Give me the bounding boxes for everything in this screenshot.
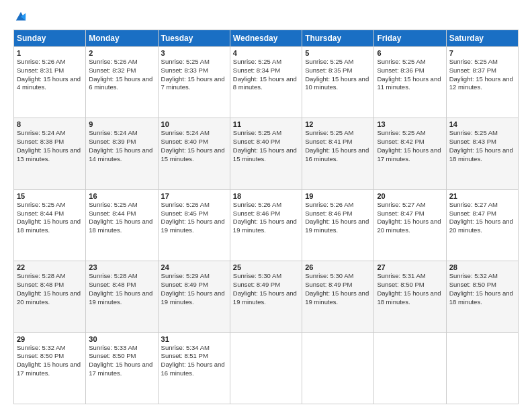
day-number: 9: [89, 120, 154, 128]
day-info: Sunrise: 5:26 AMSunset: 8:46 PMDaylight:…: [233, 201, 297, 234]
calendar-cell: 22 Sunrise: 5:28 AMSunset: 8:48 PMDaylig…: [14, 261, 86, 332]
day-number: 20: [377, 192, 443, 200]
calendar-cell: 20 Sunrise: 5:27 AMSunset: 8:47 PMDaylig…: [374, 189, 446, 261]
page: SundayMondayTuesdayWednesdayThursdayFrid…: [0, 0, 532, 411]
calendar-cell: 12 Sunrise: 5:25 AMSunset: 8:41 PMDaylig…: [302, 118, 374, 189]
day-info: Sunrise: 5:25 AMSunset: 8:42 PMDaylight:…: [377, 129, 441, 162]
calendar-cell: 25 Sunrise: 5:30 AMSunset: 8:49 PMDaylig…: [230, 261, 302, 332]
calendar-cell: 16 Sunrise: 5:25 AMSunset: 8:44 PMDaylig…: [86, 189, 158, 261]
day-number: 25: [233, 263, 299, 271]
day-number: 26: [305, 263, 371, 271]
day-info: Sunrise: 5:25 AMSunset: 8:35 PMDaylight:…: [305, 58, 369, 91]
day-number: 8: [17, 120, 83, 128]
day-info: Sunrise: 5:32 AMSunset: 8:50 PMDaylight:…: [17, 344, 81, 377]
calendar-cell: 2 Sunrise: 5:26 AMSunset: 8:32 PMDayligh…: [86, 47, 158, 118]
day-number: 21: [449, 192, 515, 200]
empty-cell: [374, 332, 446, 404]
empty-cell: [230, 332, 302, 404]
day-number: 14: [449, 120, 515, 128]
day-info: Sunrise: 5:30 AMSunset: 8:49 PMDaylight:…: [233, 272, 297, 305]
weekday-header: Monday: [86, 30, 158, 47]
day-number: 24: [161, 263, 227, 271]
day-number: 13: [377, 120, 443, 128]
day-number: 16: [89, 192, 154, 200]
weekday-header: Tuesday: [158, 30, 230, 47]
day-number: 15: [17, 192, 83, 200]
day-info: Sunrise: 5:25 AMSunset: 8:44 PMDaylight:…: [17, 201, 81, 234]
day-info: Sunrise: 5:26 AMSunset: 8:46 PMDaylight:…: [305, 201, 369, 234]
day-number: 2: [89, 49, 154, 57]
calendar-cell: 1 Sunrise: 5:26 AMSunset: 8:31 PMDayligh…: [14, 47, 86, 118]
header: [13, 11, 519, 23]
calendar-cell: 6 Sunrise: 5:25 AMSunset: 8:36 PMDayligh…: [374, 47, 446, 118]
day-number: 22: [17, 263, 83, 271]
day-info: Sunrise: 5:24 AMSunset: 8:39 PMDaylight:…: [89, 129, 152, 162]
day-info: Sunrise: 5:24 AMSunset: 8:38 PMDaylight:…: [17, 129, 81, 162]
day-info: Sunrise: 5:24 AMSunset: 8:40 PMDaylight:…: [161, 129, 225, 162]
calendar-cell: 24 Sunrise: 5:29 AMSunset: 8:49 PMDaylig…: [158, 261, 230, 332]
day-info: Sunrise: 5:34 AMSunset: 8:51 PMDaylight:…: [161, 344, 225, 377]
day-number: 6: [377, 49, 443, 57]
day-info: Sunrise: 5:26 AMSunset: 8:32 PMDaylight:…: [89, 58, 152, 91]
day-info: Sunrise: 5:28 AMSunset: 8:48 PMDaylight:…: [89, 272, 152, 305]
weekday-header: Friday: [374, 30, 446, 47]
day-info: Sunrise: 5:25 AMSunset: 8:36 PMDaylight:…: [377, 58, 441, 91]
day-info: Sunrise: 5:25 AMSunset: 8:44 PMDaylight:…: [89, 201, 152, 234]
calendar-cell: 13 Sunrise: 5:25 AMSunset: 8:42 PMDaylig…: [374, 118, 446, 189]
day-number: 17: [161, 192, 227, 200]
calendar-cell: 11 Sunrise: 5:25 AMSunset: 8:40 PMDaylig…: [230, 118, 302, 189]
day-info: Sunrise: 5:25 AMSunset: 8:40 PMDaylight:…: [233, 129, 297, 162]
day-number: 3: [161, 49, 227, 57]
calendar-cell: 21 Sunrise: 5:27 AMSunset: 8:47 PMDaylig…: [446, 189, 518, 261]
weekday-header: Wednesday: [230, 30, 302, 47]
empty-cell: [302, 332, 374, 404]
calendar-cell: 27 Sunrise: 5:31 AMSunset: 8:50 PMDaylig…: [374, 261, 446, 332]
day-number: 18: [233, 192, 299, 200]
calendar-cell: 7 Sunrise: 5:25 AMSunset: 8:37 PMDayligh…: [446, 47, 518, 118]
calendar-cell: 26 Sunrise: 5:30 AMSunset: 8:49 PMDaylig…: [302, 261, 374, 332]
day-info: Sunrise: 5:29 AMSunset: 8:49 PMDaylight:…: [161, 272, 225, 305]
weekday-header: Saturday: [446, 30, 518, 47]
calendar-cell: 9 Sunrise: 5:24 AMSunset: 8:39 PMDayligh…: [86, 118, 158, 189]
day-info: Sunrise: 5:25 AMSunset: 8:43 PMDaylight:…: [449, 129, 513, 162]
empty-cell: [446, 332, 518, 404]
calendar-cell: 19 Sunrise: 5:26 AMSunset: 8:46 PMDaylig…: [302, 189, 374, 261]
day-number: 1: [17, 49, 83, 57]
calendar-cell: 31 Sunrise: 5:34 AMSunset: 8:51 PMDaylig…: [158, 332, 230, 404]
calendar-cell: 15 Sunrise: 5:25 AMSunset: 8:44 PMDaylig…: [14, 189, 86, 261]
calendar-cell: 8 Sunrise: 5:24 AMSunset: 8:38 PMDayligh…: [14, 118, 86, 189]
day-number: 23: [89, 263, 154, 271]
calendar-cell: 3 Sunrise: 5:25 AMSunset: 8:33 PMDayligh…: [158, 47, 230, 118]
day-number: 31: [161, 335, 227, 343]
day-info: Sunrise: 5:25 AMSunset: 8:33 PMDaylight:…: [161, 58, 225, 91]
day-number: 11: [233, 120, 299, 128]
day-info: Sunrise: 5:25 AMSunset: 8:34 PMDaylight:…: [233, 58, 297, 91]
day-info: Sunrise: 5:28 AMSunset: 8:48 PMDaylight:…: [17, 272, 81, 305]
day-info: Sunrise: 5:32 AMSunset: 8:50 PMDaylight:…: [449, 272, 513, 305]
day-number: 19: [305, 192, 371, 200]
day-info: Sunrise: 5:33 AMSunset: 8:50 PMDaylight:…: [89, 344, 152, 377]
day-info: Sunrise: 5:25 AMSunset: 8:41 PMDaylight:…: [305, 129, 369, 162]
day-number: 4: [233, 49, 299, 57]
calendar-cell: 29 Sunrise: 5:32 AMSunset: 8:50 PMDaylig…: [14, 332, 86, 404]
day-number: 27: [377, 263, 443, 271]
day-info: Sunrise: 5:26 AMSunset: 8:45 PMDaylight:…: [161, 201, 225, 234]
calendar-cell: 23 Sunrise: 5:28 AMSunset: 8:48 PMDaylig…: [86, 261, 158, 332]
calendar-cell: 10 Sunrise: 5:24 AMSunset: 8:40 PMDaylig…: [158, 118, 230, 189]
day-info: Sunrise: 5:30 AMSunset: 8:49 PMDaylight:…: [305, 272, 369, 305]
calendar-cell: 30 Sunrise: 5:33 AMSunset: 8:50 PMDaylig…: [86, 332, 158, 404]
day-info: Sunrise: 5:27 AMSunset: 8:47 PMDaylight:…: [377, 201, 441, 234]
calendar-cell: 28 Sunrise: 5:32 AMSunset: 8:50 PMDaylig…: [446, 261, 518, 332]
day-info: Sunrise: 5:26 AMSunset: 8:31 PMDaylight:…: [17, 58, 81, 91]
calendar-cell: 14 Sunrise: 5:25 AMSunset: 8:43 PMDaylig…: [446, 118, 518, 189]
day-number: 10: [161, 120, 227, 128]
day-info: Sunrise: 5:31 AMSunset: 8:50 PMDaylight:…: [377, 272, 441, 305]
day-number: 7: [449, 49, 515, 57]
calendar-table: SundayMondayTuesdayWednesdayThursdayFrid…: [13, 30, 519, 404]
weekday-header: Sunday: [14, 30, 86, 47]
weekday-header: Thursday: [302, 30, 374, 47]
calendar-cell: 17 Sunrise: 5:26 AMSunset: 8:45 PMDaylig…: [158, 189, 230, 261]
calendar-cell: 5 Sunrise: 5:25 AMSunset: 8:35 PMDayligh…: [302, 47, 374, 118]
day-number: 30: [89, 335, 154, 343]
calendar-cell: 18 Sunrise: 5:26 AMSunset: 8:46 PMDaylig…: [230, 189, 302, 261]
